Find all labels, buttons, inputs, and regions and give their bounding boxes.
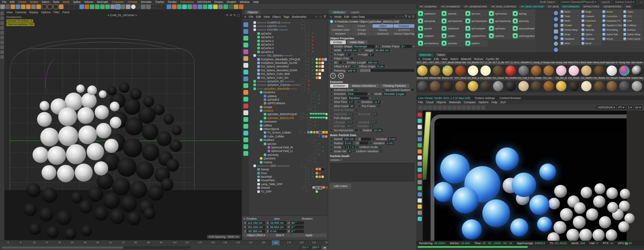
live-viewer-tool-icon[interactable] [467,105,471,110]
pan-icon[interactable]: ✛ [226,14,229,17]
object-row[interactable]: Emitters ✓ : ✓ [249,109,328,112]
object-state[interactable]: ✓ [317,98,321,101]
object-enable-checkbox[interactable]: ✓ [301,83,305,86]
toolbar-icon[interactable] [208,5,213,9]
object-row[interactable]: ==== xpSystem_WaveBalls ==== ✓ : ✓ [249,87,328,90]
material-name[interactable]: Oct_WallPa [580,77,593,80]
deformer-button[interactable]: Shrink Wrap [560,28,581,32]
material-name[interactable]: OCT_Wood [454,77,467,80]
xp-modifier-button[interactable]: xpFollowPath [441,17,464,25]
object-tag-icon[interactable] [312,186,315,189]
toolbar-icon[interactable] [53,4,58,9]
toolbar-icon[interactable] [47,4,52,9]
object-name[interactable]: xpFluidFX [267,98,311,101]
object-tag-icon[interactable] [325,117,328,119]
toolbar-icon[interactable] [141,5,146,9]
material-thumbnail[interactable] [631,65,643,77]
attributes-nav-icon[interactable]: ◎ [408,15,411,18]
toolbar-icon[interactable] [162,5,166,9]
object-row[interactable]: Lamp_Table_GRP ✓ : [249,182,328,186]
objects-menu-item[interactable]: Bookmarks [292,15,307,18]
xp-modifier-button[interactable]: xpAttractor [417,10,440,17]
xp-modifier-button[interactable]: xpPushApart [465,25,488,32]
deformer-button[interactable]: Jiggle [581,23,601,27]
toolbar-icon[interactable] [100,5,105,9]
attribute-tab[interactable]: Editing [351,32,372,35]
toolbar-icon[interactable] [234,5,238,9]
object-tag-icon[interactable] [316,69,318,72]
material-name[interactable]: Glossy mate [555,61,568,65]
object-name[interactable]: Oct_Sphere_Color_Sm [261,76,305,79]
visibility-dots[interactable]: : [305,29,307,31]
visibility-dots[interactable]: : [305,84,307,86]
radius-field[interactable]: 5 cm [344,142,352,145]
live-viewer-tool-icon[interactable] [481,105,485,110]
toolbar-icon[interactable] [203,5,207,9]
object-tag-icon[interactable] [318,76,321,79]
attribute-tab[interactable]: Emission [393,24,414,28]
object-enable-checkbox[interactable]: ✓ [299,131,302,134]
no-control-system-checkbox[interactable] [411,88,414,92]
object-name[interactable]: Groups [263,105,307,109]
toolbar-icon[interactable] [187,5,192,9]
object-enable-checkbox[interactable]: ✓ [301,87,305,90]
visibility-dots[interactable]: : [308,32,311,35]
mode-icon[interactable] [0,26,4,30]
object-row[interactable]: xpEmitter_BW2GLOW ✓ : ✓ [249,116,328,120]
object-command-icon[interactable] [243,90,248,95]
object-tag-icon[interactable] [316,172,318,175]
object-state[interactable]: ✓ [314,91,317,94]
material-thumbnail[interactable] [479,65,492,77]
xp-modifier-button[interactable]: xpLimit [417,25,440,32]
toolbar-icon[interactable] [31,5,36,9]
object-enable-checkbox[interactable]: ✓ [305,72,308,75]
material-name[interactable]: OCT_BlueBa [441,61,454,65]
object-command-icon[interactable] [243,97,248,102]
deformer-button[interactable]: Shatter [560,23,581,27]
object-tag-icon[interactable] [318,168,321,170]
object-tag-icon[interactable] [319,186,322,189]
deformer-button[interactable]: FFD [623,14,643,18]
visibility-dots[interactable]: : [308,69,311,71]
live-viewer-side-icon[interactable] [418,162,422,166]
live-viewer-tool-icon[interactable] [418,105,422,110]
object-enable-checkbox[interactable]: ✓ [301,113,304,116]
object-name[interactable]: ====== CAMERAS ====== [257,21,301,24]
material-thumbnail[interactable] [454,65,467,77]
deformer-button[interactable]: Spline [581,32,601,36]
object-row[interactable]: ====== Oct_Spheres ====== ✓ : [249,54,328,57]
object-row[interactable]: ====== xpSystem_BG ====== ✓ : ✗ [249,79,328,83]
deformer-button[interactable]: Formula [581,37,601,41]
object-enable-checkbox[interactable]: ✓ [312,135,315,138]
deformer-button[interactable]: Collision [623,23,643,27]
material-name[interactable]: Metal Dirt w [568,61,580,65]
object-enable-checkbox[interactable]: ✓ [308,127,311,131]
toolbar-icon[interactable] [105,5,110,9]
viewport-menu-item[interactable]: View [6,11,12,14]
object-name[interactable]: ====== Oct_Spheres ====== [257,54,301,57]
toolbar-icon[interactable] [16,5,20,9]
materials-tab[interactable]: Materials [418,53,433,57]
visibility-dots[interactable]: : [315,98,317,101]
v-angle-field[interactable]: 0 ° [369,53,374,56]
menu-item[interactable]: Octane [214,0,223,4]
attributes-menu-item[interactable]: Edit [344,15,349,18]
toolbar-icon[interactable] [0,5,5,9]
object-row[interactable]: HousePlant ✓ : [249,179,328,182]
deformer-tab[interactable]: EFFECTORS [582,5,601,8]
mode-icon[interactable] [0,45,4,49]
mode-icon[interactable] [0,36,4,39]
toolbar-icon[interactable] [126,5,130,9]
live-viewer-tool-icon[interactable] [457,105,461,110]
object-tag-icon[interactable] [318,172,321,175]
toolbar-icon[interactable] [69,5,74,9]
mode-icon[interactable] [0,31,4,35]
xp-tab[interactable]: XP_GENERAL [418,5,439,8]
object-state[interactable]: ✓ [314,124,317,127]
object-row[interactable]: xpCache.4 ✓ : ✗ [249,46,328,50]
live-viewer-tool-icon[interactable] [423,105,427,110]
live-viewer-select[interactable]: HDR/sRGB ▾ [596,105,616,109]
toolbar-icon[interactable] [167,5,171,9]
materials-menu-item[interactable]: Create [422,57,431,61]
object-row[interactable]: Dynamics ✓ : ✓ [249,90,328,94]
